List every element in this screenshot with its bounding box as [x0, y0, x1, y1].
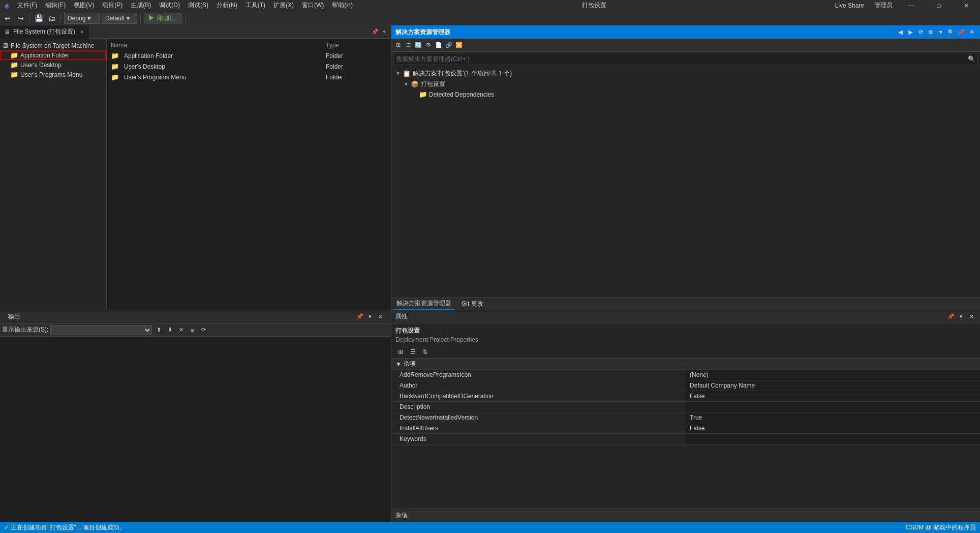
sol-tb-7[interactable]: 🔀 — [454, 41, 464, 50]
sol-tb-5[interactable]: 📄 — [434, 41, 443, 50]
props-project-subtitle: Deployment Project Properties — [391, 336, 980, 345]
menu-tools[interactable]: 工具(T) — [241, 0, 269, 11]
props-row-6[interactable]: Keywords — [391, 434, 980, 445]
output-tb-2[interactable]: ⬇ — [165, 325, 174, 335]
output-tb-1[interactable]: ⬆ — [154, 325, 163, 335]
sol-project[interactable]: ▼ 📦 打包设置 — [391, 79, 980, 90]
sol-deps[interactable]: 📁 Detected Dependencies — [391, 90, 980, 99]
output-pin-btn[interactable]: 📌 — [355, 312, 364, 321]
props-row-3[interactable]: Description — [391, 402, 980, 412]
detail-row-1[interactable]: 📁 User's Desktop Folder — [107, 61, 391, 72]
props-close-btn[interactable]: ✕ — [967, 312, 976, 321]
detail-row-1-name: 📁 User's Desktop — [111, 63, 326, 70]
tree-item-appfolder[interactable]: 📁 Application Folder — [0, 50, 106, 60]
tree-item-desktop[interactable]: 📁 User's Desktop — [0, 60, 106, 70]
minimize-btn[interactable]: — — [900, 0, 923, 11]
menu-extensions[interactable]: 扩展(X) — [269, 0, 298, 11]
menu-project[interactable]: 项目(P) — [98, 0, 127, 11]
solution-search-box[interactable]: 🔍 — [393, 53, 978, 65]
title-bar: ◈ 文件(F) 编辑(E) 视图(V) 项目(P) 生成(B) 调试(D) 测试… — [0, 0, 980, 11]
save-btn[interactable]: 💾 — [33, 13, 44, 24]
sol-search-btn[interactable]: 🔍 — [946, 27, 956, 37]
sol-close-btn[interactable]: ✕ — [967, 27, 976, 37]
output-tb-4[interactable]: ≡ — [188, 325, 197, 335]
sol-sync-btn[interactable]: ⟳ — [916, 27, 925, 37]
detail-row-1-type: Folder — [326, 63, 387, 70]
menu-view[interactable]: 视图(V) — [70, 0, 98, 11]
sol-settings-btn[interactable]: ⚙ — [926, 27, 935, 37]
menu-build[interactable]: 生成(B) — [127, 0, 155, 11]
props-row-1[interactable]: Author Default Company Name — [391, 380, 980, 391]
output-close-btn[interactable]: ✕ — [376, 312, 385, 321]
menu-window[interactable]: 窗口(W) — [298, 0, 328, 11]
props-key-2: BackwardCompatibleIDGeneration — [391, 391, 686, 401]
maximize-btn[interactable]: □ — [927, 0, 951, 11]
props-key-4: DetectNewerInstalledVersion — [391, 412, 686, 423]
detail-row-0[interactable]: 📁 Application Folder Folder — [107, 50, 391, 61]
menu-edit[interactable]: 编辑(E) — [41, 0, 70, 11]
props-row-0[interactable]: AddRemoveProgramsIcon (None) — [391, 370, 980, 380]
detail-row-2[interactable]: 📁 User's Programs Menu Folder — [107, 72, 391, 82]
sol-tb-3[interactable]: 🔄 — [414, 41, 423, 50]
filesystem-icon: 🖥 — [4, 28, 10, 36]
sol-tb-4[interactable]: ⚙ — [424, 41, 433, 50]
run-btn[interactable]: ▶ 附加… — [144, 13, 182, 24]
sol-tb-1[interactable]: ⊞ — [393, 41, 403, 50]
sol-forward-btn[interactable]: ▶ — [906, 27, 915, 37]
output-tb-5[interactable]: ⟳ — [199, 325, 208, 335]
output-source-select[interactable] — [50, 325, 152, 335]
bottom-section: 输出 📌 ▾ ✕ 显示输出来源(S): ⬆ ⬇ ✕ ≡ ⟳ — [0, 310, 980, 522]
build-config-dropdown[interactable]: Debug ▾ — [64, 13, 100, 24]
props-scroll-area[interactable]: ▼ 杂项 AddRemoveProgramsIcon (None) Author… — [391, 359, 980, 509]
menu-analyze[interactable]: 分析(N) — [212, 0, 241, 11]
title-right-actions: Live Share 管理员 — □ ✕ — [832, 0, 978, 11]
undo-btn[interactable]: ↩ — [2, 13, 13, 24]
sol-root[interactable]: ▼ 📋 解决方案'打包设置'(1 个项目/共 1 个) — [391, 68, 980, 79]
props-tb-sort[interactable]: ⇅ — [420, 347, 430, 357]
solution-tree[interactable]: ▼ 📋 解决方案'打包设置'(1 个项目/共 1 个) ▼ 📦 打包设置 📁 D… — [391, 66, 980, 298]
menu-bar[interactable]: 文件(F) 编辑(E) 视图(V) 项目(P) 生成(B) 调试(D) 测试(S… — [13, 0, 357, 11]
tree-item-programs[interactable]: 📁 User's Programs Menu — [0, 70, 106, 79]
menu-test[interactable]: 测试(S) — [184, 0, 212, 11]
menu-file[interactable]: 文件(F) — [13, 0, 41, 11]
tab-git-changes[interactable]: Git 更改 — [458, 299, 486, 309]
filesystem-tab[interactable]: 🖥 File System (打包设置) ✕ — [0, 25, 90, 39]
col-name-header: Name — [111, 42, 326, 49]
sol-tb-6[interactable]: 🔗 — [444, 41, 453, 50]
output-dropdown-btn[interactable]: ▾ — [365, 312, 375, 321]
sol-back-btn[interactable]: ◀ — [896, 27, 905, 37]
platform-dropdown[interactable]: Default ▾ — [102, 13, 137, 24]
props-pin-btn[interactable]: 📌 — [946, 312, 956, 321]
props-row-4[interactable]: DetectNewerInstalledVersion True — [391, 412, 980, 423]
filesystem-tab-close[interactable]: ✕ — [78, 28, 85, 35]
right-panel-bottom-tabs: 解决方案资源管理器 Git 更改 — [391, 298, 980, 310]
output-tab-actions: 📌 ▾ ✕ — [355, 312, 387, 321]
sol-tb-2[interactable]: ⊟ — [404, 41, 413, 50]
close-btn[interactable]: ✕ — [955, 0, 978, 11]
menu-debug[interactable]: 调试(D) — [155, 0, 184, 11]
solution-search-input[interactable] — [396, 55, 966, 63]
menu-help[interactable]: 帮助(H) — [328, 0, 357, 11]
props-tb-grid[interactable]: ⊞ — [395, 347, 406, 357]
props-row-5[interactable]: InstallAllUsers False — [391, 423, 980, 434]
tree-pane[interactable]: 🖥 File System on Target Machine 📁 Applic… — [0, 39, 107, 310]
tab-solution-explorer[interactable]: 解决方案资源管理器 — [393, 298, 454, 310]
output-tb-3[interactable]: ✕ — [176, 325, 186, 335]
props-dropdown-btn[interactable]: ▾ — [957, 312, 966, 321]
live-share-btn[interactable]: Live Share — [832, 1, 867, 10]
user-btn[interactable]: 管理员 — [871, 0, 896, 11]
main-container: 🖥 File System (打包设置) ✕ 📌 ▾ 🖥 File System… — [0, 25, 980, 522]
props-tb-list[interactable]: ☰ — [408, 347, 418, 357]
sol-pin-btn[interactable]: 📌 — [957, 27, 966, 37]
pin-icon[interactable]: 📌 — [371, 27, 380, 37]
props-row-2[interactable]: BackwardCompatibleIDGeneration False — [391, 391, 980, 402]
status-right: CSDM @ 游戏中的程序员 — [906, 523, 976, 532]
tree-root[interactable]: 🖥 File System on Target Machine — [0, 41, 106, 50]
folder-icon-3: 📁 — [10, 71, 18, 78]
redo-btn[interactable]: ↪ — [15, 13, 26, 24]
output-tab[interactable]: 输出 — [4, 311, 24, 322]
save-all-btn[interactable]: 🗂 — [46, 13, 57, 24]
dropdown-icon[interactable]: ▾ — [380, 27, 389, 37]
sol-filter-btn[interactable]: ▼ — [936, 27, 945, 37]
sol-project-arrow: ▼ — [404, 81, 410, 87]
